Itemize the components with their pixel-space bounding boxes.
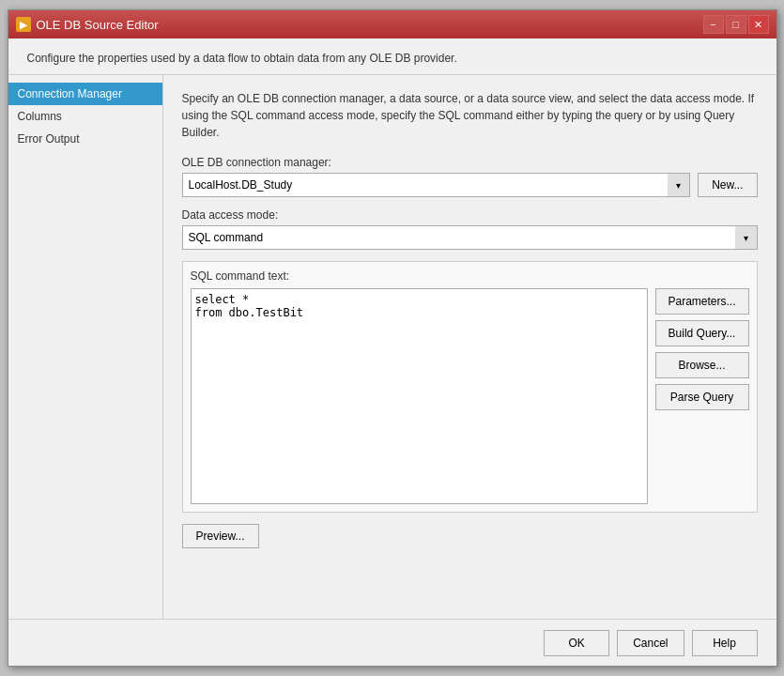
close-button[interactable]: ✕ bbox=[748, 15, 769, 34]
minimize-button[interactable]: − bbox=[703, 15, 724, 34]
sidebar-item-connection-manager[interactable]: Connection Manager bbox=[8, 83, 162, 105]
sql-command-label: SQL command text: bbox=[191, 269, 749, 283]
top-description-text: Configure the properties used by a data … bbox=[27, 52, 457, 65]
window-title: OLE DB Source Editor bbox=[37, 18, 159, 32]
top-description: Configure the properties used by a data … bbox=[8, 38, 776, 75]
sql-buttons: Parameters... Build Query... Browse... P… bbox=[655, 288, 749, 504]
connection-manager-label: OLE DB connection manager: bbox=[182, 156, 758, 169]
sql-textarea[interactable] bbox=[191, 288, 648, 504]
sql-area-wrapper: Parameters... Build Query... Browse... P… bbox=[191, 288, 749, 504]
connection-manager-dropdown[interactable]: LocalHost.DB_Study bbox=[182, 173, 691, 197]
app-icon: ▶ bbox=[16, 17, 31, 32]
sidebar-item-columns[interactable]: Columns bbox=[8, 105, 162, 128]
ok-button[interactable]: OK bbox=[544, 630, 609, 656]
title-bar-left: ▶ OLE DB Source Editor bbox=[16, 17, 159, 32]
preview-row: Preview... bbox=[182, 524, 758, 548]
data-access-row: SQL command ▾ bbox=[182, 225, 758, 250]
build-query-button[interactable]: Build Query... bbox=[655, 320, 749, 346]
bottom-bar: OK Cancel Help bbox=[8, 619, 776, 666]
content-area: Connection Manager Columns Error Output … bbox=[8, 75, 776, 619]
title-bar: ▶ OLE DB Source Editor − □ ✕ bbox=[8, 10, 776, 38]
connection-manager-row: LocalHost.DB_Study ▾ New... bbox=[182, 173, 758, 197]
sidebar: Connection Manager Columns Error Output bbox=[8, 75, 163, 619]
new-button[interactable]: New... bbox=[698, 173, 757, 197]
data-access-label: Data access mode: bbox=[182, 208, 758, 222]
title-controls: − □ ✕ bbox=[703, 15, 769, 34]
parameters-button[interactable]: Parameters... bbox=[655, 288, 749, 315]
panel-description: Specify an OLE DB connection manager, a … bbox=[182, 90, 758, 141]
parse-query-button[interactable]: Parse Query bbox=[655, 384, 749, 410]
sidebar-label-connection-manager: Connection Manager bbox=[18, 87, 122, 100]
help-button[interactable]: Help bbox=[692, 630, 758, 656]
preview-button[interactable]: Preview... bbox=[182, 524, 259, 548]
sidebar-label-error-output: Error Output bbox=[18, 132, 80, 146]
main-panel: Specify an OLE DB connection manager, a … bbox=[163, 75, 776, 619]
maximize-button[interactable]: □ bbox=[726, 15, 746, 34]
data-access-dropdown[interactable]: SQL command bbox=[182, 225, 758, 250]
cancel-button[interactable]: Cancel bbox=[617, 630, 684, 656]
browse-button[interactable]: Browse... bbox=[655, 352, 749, 378]
sidebar-label-columns: Columns bbox=[18, 110, 62, 123]
main-window: ▶ OLE DB Source Editor − □ ✕ Configure t… bbox=[8, 9, 777, 667]
connection-manager-dropdown-wrapper: LocalHost.DB_Study ▾ bbox=[182, 173, 691, 197]
sql-section: SQL command text: Parameters... Build Qu… bbox=[182, 261, 758, 513]
data-access-dropdown-wrapper: SQL command ▾ bbox=[182, 225, 758, 250]
sidebar-item-error-output[interactable]: Error Output bbox=[8, 128, 162, 150]
